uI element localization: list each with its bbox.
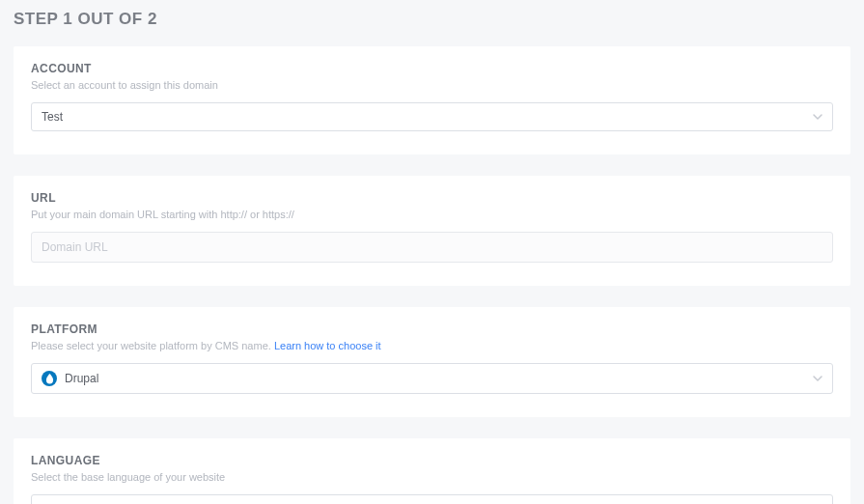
account-select[interactable]: Test (31, 102, 833, 131)
account-hint: Select an account to assign this domain (31, 79, 833, 91)
drupal-icon (42, 371, 57, 386)
page-title: STEP 1 OUT OF 2 (14, 10, 850, 29)
language-card: LANGUAGE Select the base language of you… (14, 438, 850, 504)
url-card: URL Put your main domain URL starting wi… (14, 176, 850, 286)
language-label: LANGUAGE (31, 454, 833, 467)
url-hint: Put your main domain URL starting with h… (31, 209, 833, 220)
url-label: URL (31, 191, 833, 205)
language-select[interactable]: Select language... (31, 494, 833, 504)
url-input[interactable] (31, 232, 833, 263)
platform-hint: Please select your website platform by C… (31, 340, 833, 351)
platform-card: PLATFORM Please select your website plat… (14, 307, 850, 417)
platform-label: PLATFORM (31, 322, 833, 336)
account-select-value: Test (42, 110, 63, 124)
platform-help-link[interactable]: Learn how to choose it (274, 340, 381, 351)
account-label: ACCOUNT (31, 62, 833, 75)
language-hint: Select the base language of your website (31, 471, 833, 483)
account-card: ACCOUNT Select an account to assign this… (14, 46, 850, 154)
platform-select-value: Drupal (65, 372, 98, 385)
platform-select[interactable]: Drupal (31, 363, 833, 394)
